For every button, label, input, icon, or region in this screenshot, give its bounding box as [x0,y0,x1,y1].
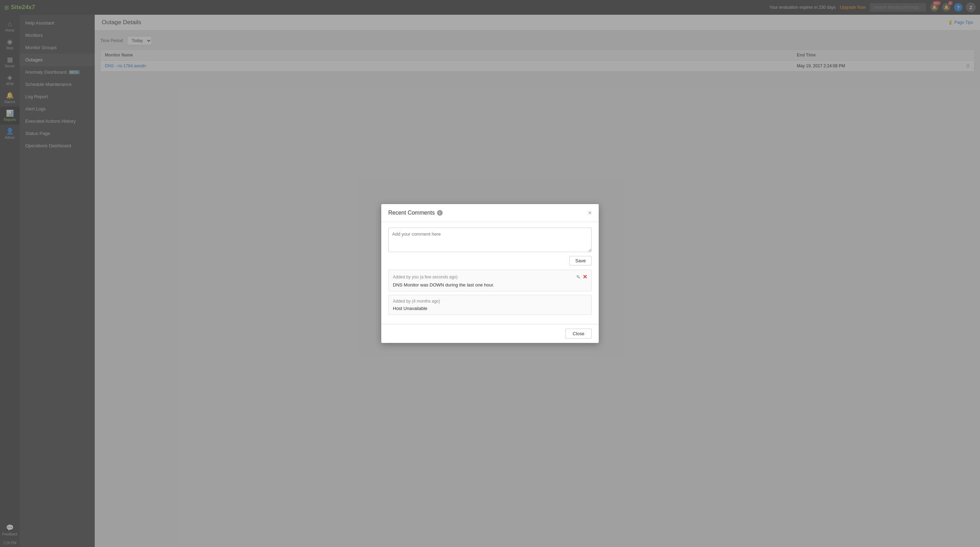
comment-meta-row-1: Added by you (a few seconds ago) ✎ ✕ [393,274,587,280]
comment-text-1: DNS Monitor was DOWN during the last one… [393,282,587,288]
comment-meta-2: Added by (4 months ago) [393,299,440,304]
comment-entry-2: Added by (4 months ago) Host Unavailable [388,295,592,315]
modal-footer: Close [381,324,599,343]
modal-close-button[interactable]: × [588,210,592,216]
modal-overlay: Recent Comments i × Save Added by you (a… [0,0,980,547]
close-modal-button[interactable]: Close [565,329,592,339]
delete-comment-1-button[interactable]: ✕ [582,274,587,280]
comment-meta-1: Added by you (a few seconds ago) [393,275,458,280]
modal-body: Save Added by you (a few seconds ago) ✎ … [381,222,599,324]
save-comment-button[interactable]: Save [569,256,592,266]
comment-entry-1: Added by you (a few seconds ago) ✎ ✕ DNS… [388,270,592,291]
save-btn-row: Save [388,256,592,266]
comment-actions-1: ✎ ✕ [576,274,587,280]
comment-textarea[interactable] [388,227,592,252]
edit-comment-1-button[interactable]: ✎ [576,274,581,280]
modal-title-text: Recent Comments [388,210,435,216]
comments-list: Added by you (a few seconds ago) ✎ ✕ DNS… [388,270,592,315]
comment-meta-row-2: Added by (4 months ago) [393,299,587,304]
modal-title: Recent Comments i [388,210,443,216]
recent-comments-modal: Recent Comments i × Save Added by you (a… [381,204,599,343]
comment-text-2: Host Unavailable [393,306,587,311]
modal-header: Recent Comments i × [381,204,599,222]
info-icon[interactable]: i [437,210,443,216]
